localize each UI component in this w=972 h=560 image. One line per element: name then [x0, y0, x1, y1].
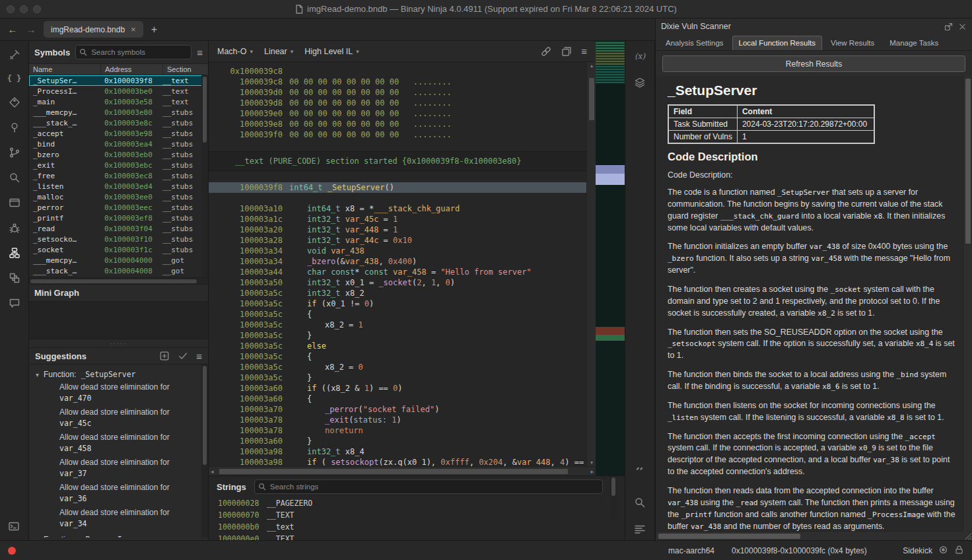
suggestion-item[interactable]: Allow dead store elimination forvar_470: [29, 382, 208, 407]
code-line[interactable]: 100003a5celse: [209, 341, 586, 351]
scroll-right-icon[interactable]: ▸: [590, 468, 594, 475]
table-row[interactable]: _bind0x100003ea4__stubs: [29, 139, 208, 149]
table-row[interactable]: _setsocko…0x100003f10__stubs: [29, 234, 208, 244]
code-line[interactable]: 100003a5cx8_2 = 1: [209, 320, 586, 330]
debugger-icon[interactable]: [9, 222, 20, 234]
code-line[interactable]: 100003a10int64_t x8 = *___stack_chk_guar…: [209, 203, 586, 214]
code-line[interactable]: 100003a5cx8_2 = 0: [209, 362, 586, 372]
code-line[interactable]: 100003a70_perror("socket failed"): [209, 404, 586, 415]
code-line[interactable]: 0x1000039c8: [209, 66, 586, 77]
code-line[interactable]: 1000039e800 00 00 00 00 00 00 00 .......…: [209, 119, 586, 129]
new-tab-button[interactable]: +: [151, 24, 157, 36]
table-row[interactable]: _read0x100003f04__stubs: [29, 223, 208, 234]
code-vertical-scrollbar[interactable]: ▲ ▼: [586, 62, 596, 466]
scroll-up-icon[interactable]: ▲: [587, 63, 596, 68]
code-line[interactable]: [209, 193, 586, 203]
minimize-window-button[interactable]: [20, 5, 28, 13]
split-view-icon[interactable]: [561, 46, 573, 57]
panel-resize-handle[interactable]: ·····: [29, 339, 208, 347]
suggestion-item[interactable]: Allow dead store elimination forvar_45c: [29, 407, 208, 432]
table-row[interactable]: _accept0x100003e98__stubs: [29, 128, 208, 139]
tab-view-results[interactable]: View Results: [824, 36, 881, 50]
suggestions-menu-icon[interactable]: ≡: [196, 351, 202, 361]
table-row[interactable]: _bzero0x100003eb0__stubs: [29, 149, 208, 160]
scrollbar-thumb[interactable]: [589, 78, 594, 120]
table-row[interactable]: _perror0x100003eec__stubs: [29, 202, 208, 213]
strings-search-input[interactable]: [254, 479, 603, 494]
code-line[interactable]: 100003a5c{: [209, 309, 586, 320]
comments-icon[interactable]: [9, 297, 20, 309]
code-line[interactable]: 100003a20int32_t var_448 = 1: [209, 225, 586, 235]
forward-button[interactable]: →: [25, 24, 37, 35]
symbols-vertical-scrollbar[interactable]: [201, 75, 208, 277]
code-line[interactable]: 100003a78noreturn: [209, 425, 586, 436]
apply-suggestions-icon[interactable]: [178, 351, 188, 361]
table-row[interactable]: ___memcpy…0x100004000__got: [29, 255, 208, 265]
search-icon[interactable]: [634, 497, 646, 508]
close-window-button[interactable]: [7, 5, 15, 13]
scrollbar-thumb[interactable]: [658, 534, 800, 539]
sidekick-label[interactable]: Sidekick: [903, 546, 932, 555]
code-line[interactable]: 1000039c800 00 00 00 00 00 00 00 .......…: [209, 77, 586, 87]
scrollbar-thumb[interactable]: [965, 79, 971, 244]
refresh-results-button[interactable]: Refresh Results: [662, 55, 965, 72]
back-button[interactable]: ←: [7, 24, 18, 35]
tab-local-function-results[interactable]: Local Function Results: [732, 36, 822, 50]
zoom-window-button[interactable]: [33, 5, 41, 13]
list-item[interactable]: 100000070__TEXT: [209, 509, 625, 521]
tags-icon[interactable]: [9, 96, 20, 108]
code-line[interactable]: 100003a60if ((x8_2 & 1) == 0): [209, 383, 586, 394]
table-row[interactable]: _printf0x100003ef8__stubs: [29, 213, 208, 223]
suggestion-item[interactable]: Allow dead store elimination forvar_458: [29, 432, 208, 457]
code-line[interactable]: 100003a5c}: [209, 372, 586, 383]
tab-close-icon[interactable]: ×: [131, 24, 136, 34]
vuln-vertical-scrollbar[interactable]: [963, 76, 972, 531]
table-row[interactable]: _exit0x100003ebc__stubs: [29, 160, 208, 170]
add-suggestion-icon[interactable]: [159, 351, 170, 361]
vuln-horizontal-scrollbar[interactable]: [656, 531, 963, 540]
table-row[interactable]: _main0x100003e58__text: [29, 96, 208, 107]
symbols-menu-icon[interactable]: ≡: [197, 48, 203, 57]
components-icon[interactable]: [9, 272, 20, 284]
document-tab[interactable]: imgRead-demo.bndb ×: [44, 21, 143, 38]
hex-function-icon[interactable]: (x): [635, 52, 645, 61]
console-icon[interactable]: [9, 197, 20, 209]
tab-manage-tasks[interactable]: Manage Tasks: [883, 36, 945, 50]
popout-panel-icon[interactable]: [944, 22, 954, 32]
code-line[interactable]: 100003a98if (_setsockopt(zx.q(x0_1), 0xf…: [209, 457, 586, 466]
scroll-left-icon[interactable]: ◂: [211, 468, 214, 475]
view-dropdown[interactable]: Linear▾: [264, 47, 293, 56]
quotes-icon[interactable]: ”: [635, 468, 644, 479]
resize-grip[interactable]: [963, 531, 972, 540]
types-icon[interactable]: { }: [7, 74, 22, 83]
table-row[interactable]: _ProcessI…0x100003be0__text: [29, 86, 208, 96]
view-menu-icon[interactable]: ≡: [581, 46, 587, 56]
version-control-icon[interactable]: [9, 147, 20, 158]
list-item[interactable]: 100000028__PAGEZERO: [209, 497, 625, 509]
code-line[interactable]: 1000039f8int64_t _SetupServer(): [209, 182, 586, 193]
find-icon[interactable]: [9, 172, 20, 184]
suggestion-group-header[interactable]: ▾Function: _ProcessImage: [29, 532, 208, 538]
symbols-search-input[interactable]: [75, 45, 191, 59]
code-line[interactable]: 100003a60}: [209, 436, 586, 446]
code-line[interactable]: 1000039f000 00 00 00 00 00 00 00 .......…: [209, 129, 586, 140]
column-header[interactable]: Name: [29, 64, 100, 75]
table-row[interactable]: ___memcpy…0x100003e80__stubs: [29, 107, 208, 118]
table-row[interactable]: ___stack_…0x100004008__got: [29, 265, 208, 276]
strings-scrollbar[interactable]: [610, 476, 617, 520]
code-line[interactable]: 100003a60{: [209, 394, 586, 404]
code-line[interactable]: [209, 172, 586, 182]
table-row[interactable]: _listen0x100003ed4__stubs: [29, 181, 208, 192]
suggestion-item[interactable]: Allow dead store elimination forvar_37: [29, 457, 208, 482]
tab-analysis-settings[interactable]: Analysis Settings: [659, 36, 730, 50]
view-dropdown[interactable]: Mach-O▾: [217, 47, 253, 56]
code-line[interactable]: 1000039e000 00 00 00 00 00 00 00 .......…: [209, 108, 586, 119]
table-row[interactable]: _SetupSer…0x1000039f8__text: [29, 75, 208, 86]
code-line[interactable]: 100003a44char const* const var_458 = "He…: [209, 267, 586, 277]
scrollbar-thumb[interactable]: [203, 77, 207, 143]
table-row[interactable]: ___stack_…0x100003e8c__stubs: [29, 118, 208, 128]
code-line[interactable]: 100003a78_exit(status: 1): [209, 415, 586, 425]
scroll-down-icon[interactable]: ▼: [587, 460, 596, 465]
terminal-icon[interactable]: [8, 520, 20, 532]
sync-link-icon[interactable]: [540, 46, 552, 57]
